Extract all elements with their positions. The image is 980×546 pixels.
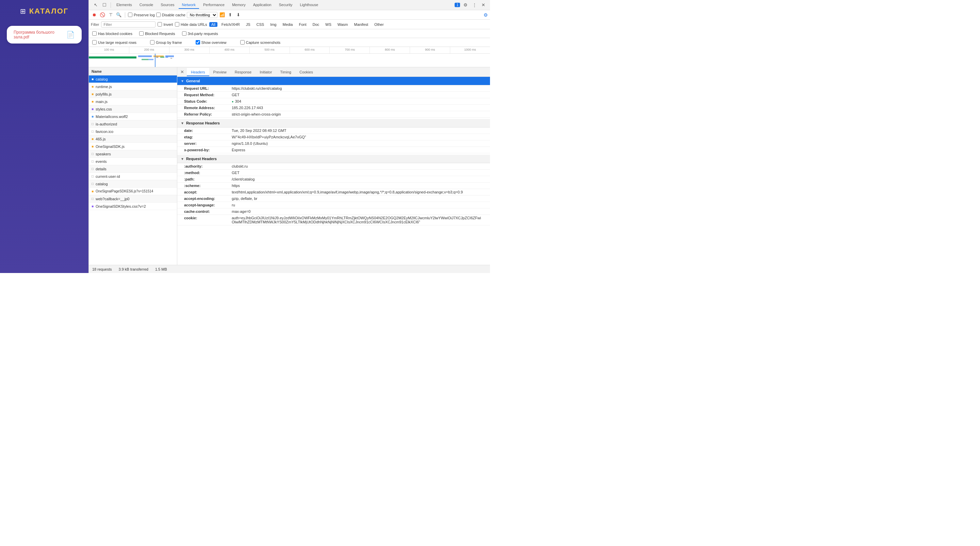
group-by-frame-label[interactable]: Group by frame bbox=[150, 40, 182, 44]
file-row[interactable]: □ current-user-id bbox=[89, 173, 177, 180]
file-row[interactable]: ■ OneSignalSDK.js bbox=[89, 143, 177, 150]
disable-cache-label[interactable]: Disable cache bbox=[156, 13, 185, 17]
hide-data-urls-checkbox[interactable] bbox=[175, 22, 179, 27]
file-row[interactable]: □ catalog bbox=[89, 180, 177, 188]
file-row[interactable]: □ favicon.ico bbox=[89, 128, 177, 135]
network-settings-icon[interactable]: ⚙ bbox=[484, 12, 488, 17]
has-blocked-cookies-checkbox[interactable] bbox=[92, 31, 97, 36]
inspect-icon[interactable]: ↖ bbox=[92, 1, 100, 9]
filter-js[interactable]: JS bbox=[244, 22, 253, 27]
tab-timing[interactable]: Timing bbox=[276, 68, 295, 76]
file-name: OneSignalSDK.js bbox=[95, 144, 124, 149]
has-blocked-cookies-label[interactable]: Has blocked cookies bbox=[92, 31, 132, 36]
total-size: 1.5 MB bbox=[155, 267, 167, 271]
capture-screenshots-label[interactable]: Capture screenshots bbox=[240, 40, 281, 44]
tab-cookies[interactable]: Cookies bbox=[295, 68, 317, 76]
group-by-frame-checkbox[interactable] bbox=[150, 40, 154, 44]
filter-other[interactable]: Other bbox=[372, 22, 386, 27]
catalog-title: КАТАЛОГ bbox=[29, 7, 68, 16]
response-headers-section[interactable]: ▼ Response Headers bbox=[177, 119, 490, 127]
filter-img[interactable]: Img bbox=[268, 22, 278, 27]
file-row[interactable]: ■ catalog bbox=[89, 76, 177, 83]
third-party-label[interactable]: 3rd-party requests bbox=[182, 31, 218, 36]
device-icon[interactable]: ☐ bbox=[100, 1, 108, 9]
tab-console[interactable]: Console bbox=[136, 2, 156, 9]
filter-media[interactable]: Media bbox=[280, 22, 295, 27]
tab-lighthouse[interactable]: Lighthouse bbox=[296, 2, 321, 9]
file-row[interactable]: □ is-authorized bbox=[89, 121, 177, 128]
show-overview-label[interactable]: Show overview bbox=[196, 40, 227, 44]
upload-icon[interactable]: ⬆ bbox=[227, 11, 234, 18]
file-card[interactable]: Программа большого зала.pdf 📄 bbox=[7, 26, 82, 43]
filter-ws[interactable]: WS bbox=[323, 22, 334, 27]
resp-xpowered-row: x-powered-by: Express bbox=[177, 147, 490, 153]
tick-600: 600 ms bbox=[290, 47, 330, 53]
file-row[interactable]: □ details bbox=[89, 165, 177, 173]
clear-button[interactable]: 🚫 bbox=[99, 11, 106, 18]
use-large-rows-label[interactable]: Use large request rows bbox=[92, 40, 137, 44]
blocked-requests-label[interactable]: Blocked Requests bbox=[139, 31, 175, 36]
tab-network[interactable]: Network bbox=[179, 2, 199, 9]
file-row[interactable]: ■ MaterialIcons.woff2 bbox=[89, 113, 177, 121]
tab-performance[interactable]: Performance bbox=[200, 2, 228, 9]
show-overview-checkbox[interactable] bbox=[196, 40, 200, 44]
tab-elements[interactable]: Elements bbox=[113, 2, 135, 9]
filter-input[interactable] bbox=[101, 21, 156, 27]
tab-response[interactable]: Response bbox=[231, 68, 256, 76]
req-authority-value: clubskt.ru bbox=[232, 164, 248, 168]
file-row[interactable]: □ speakers bbox=[89, 150, 177, 158]
file-row[interactable]: □ web?callback=__jp0 bbox=[89, 195, 177, 203]
general-section-header[interactable]: ▼ General bbox=[177, 77, 490, 85]
filter-fetch-xhr[interactable]: Fetch/XHR bbox=[220, 22, 242, 27]
download-icon[interactable]: ⬇ bbox=[235, 11, 242, 18]
file-type-icon: □ bbox=[92, 197, 94, 201]
more-options-icon[interactable]: ⋮ bbox=[470, 1, 479, 9]
tab-preview[interactable]: Preview bbox=[209, 68, 231, 76]
filter-doc[interactable]: Doc bbox=[310, 22, 321, 27]
blocked-requests-checkbox[interactable] bbox=[139, 31, 143, 36]
file-type-icon: ■ bbox=[92, 77, 94, 81]
throttle-select[interactable]: No throttling bbox=[187, 12, 218, 18]
tab-sources[interactable]: Sources bbox=[157, 2, 178, 9]
filter-wasm[interactable]: Wasm bbox=[336, 22, 350, 27]
svg-rect-5 bbox=[142, 59, 148, 60]
file-row[interactable]: ■ OneSignalSDKStyles.css?v=2 bbox=[89, 203, 177, 210]
filter-css[interactable]: CSS bbox=[255, 22, 266, 27]
filter-all[interactable]: All bbox=[209, 22, 218, 27]
resp-date-value: Tue, 20 Sep 2022 08:49:12 GMT bbox=[232, 129, 286, 133]
third-party-checkbox[interactable] bbox=[182, 31, 186, 36]
hide-data-urls-label[interactable]: Hide data URLs bbox=[175, 22, 207, 27]
resp-server-label: server: bbox=[184, 141, 232, 146]
tab-initiator[interactable]: Initiator bbox=[256, 68, 276, 76]
file-row[interactable]: ■ OneSignalPageSDKES6.js?v=151514 bbox=[89, 188, 177, 195]
status-bar: 18 requests 3.9 kB transferred 1.5 MB bbox=[89, 265, 490, 273]
tab-security[interactable]: Security bbox=[275, 2, 296, 9]
request-headers-section[interactable]: ▼ Request Headers bbox=[177, 155, 490, 163]
separator bbox=[125, 12, 125, 17]
record-button[interactable]: ⏺ bbox=[91, 11, 98, 18]
file-row[interactable]: ■ main.js bbox=[89, 98, 177, 105]
filter-manifest[interactable]: Manifest bbox=[352, 22, 371, 27]
capture-screenshots-checkbox[interactable] bbox=[240, 40, 245, 44]
file-row[interactable]: ■ polyfills.js bbox=[89, 90, 177, 98]
invert-checkbox[interactable] bbox=[158, 22, 162, 27]
disable-cache-checkbox[interactable] bbox=[156, 13, 161, 17]
tab-application[interactable]: Application bbox=[250, 2, 275, 9]
close-icon[interactable]: ✕ bbox=[479, 1, 487, 9]
tab-headers[interactable]: Headers bbox=[187, 68, 209, 76]
filter-icon[interactable]: ⊤ bbox=[107, 11, 114, 18]
invert-label[interactable]: Invert bbox=[158, 22, 173, 27]
filter-font[interactable]: Font bbox=[297, 22, 308, 27]
settings-icon[interactable]: ⚙ bbox=[461, 1, 469, 9]
file-row[interactable]: ■ runtime.js bbox=[89, 83, 177, 90]
preserve-log-checkbox[interactable] bbox=[128, 13, 132, 17]
file-row[interactable]: ■ styles.css bbox=[89, 105, 177, 113]
wifi-icon[interactable]: 📶 bbox=[219, 11, 226, 18]
preserve-log-label[interactable]: Preserve log bbox=[128, 13, 155, 17]
use-large-rows-checkbox[interactable] bbox=[92, 40, 97, 44]
search-icon[interactable]: 🔍 bbox=[115, 11, 122, 18]
file-row[interactable]: ■ 465.js bbox=[89, 135, 177, 143]
detail-close-button[interactable]: ✕ bbox=[179, 69, 185, 76]
file-row[interactable]: □ events bbox=[89, 158, 177, 165]
tab-memory[interactable]: Memory bbox=[229, 2, 249, 9]
